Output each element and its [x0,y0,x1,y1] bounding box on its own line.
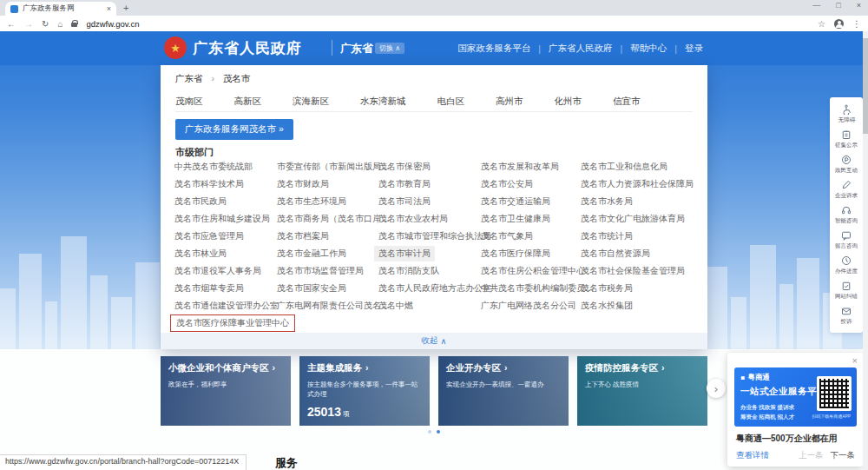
browser-tab[interactable]: 广东政务服务网 × [5,2,116,16]
department-link[interactable]: 茂名市自然资源局 [576,246,654,261]
department-link[interactable]: 茂名市住房和城乡建设局 [170,211,274,227]
department-link[interactable]: 茂名市应急管理局 [170,228,248,244]
department-link[interactable]: 茂名市民政局 [170,194,231,209]
carousel-next-button[interactable]: › [707,379,726,398]
collapse-bar[interactable]: 收起 ∧ [161,333,707,349]
page-scrollbar[interactable] [863,31,868,470]
window-minimize-icon[interactable]: — [812,1,820,10]
breadcrumb-city[interactable]: 茂名市 [223,73,251,83]
back-icon[interactable]: ← [7,19,16,29]
district-tab[interactable]: 化州市 [555,96,582,108]
department-link[interactable]: 茂名市公安局 [477,176,537,192]
window-close-icon[interactable]: × [857,1,861,10]
region-selector[interactable]: 广东省 [340,42,373,56]
department-link[interactable]: 茂名市通信建设管理办公室 [170,298,283,314]
department-link[interactable]: 茂名市烟草专卖局 [170,281,248,296]
department-link[interactable]: 茂名市住房公积金管理中心 [477,263,589,279]
department-link[interactable]: 茂名市发展和改革局 [477,159,563,175]
sidebar-item-interaction[interactable]: 政民互动 [830,152,863,177]
department-link[interactable]: 茂名中燃 [374,298,418,314]
sidebar-item-complaint[interactable]: 投诉 [830,303,863,328]
city-portal-button[interactable]: 广东政务服务网茂名市 » [175,119,293,140]
department-link[interactable]: 茂名市国家安全局 [273,281,351,296]
district-tab[interactable]: 水东湾新城 [360,96,406,108]
department-link[interactable]: 茂名市工业和信息化局 [576,159,672,175]
previous-item-link[interactable]: 上一条 [799,450,824,461]
department-link[interactable]: 茂名市金融工作局 [273,246,351,261]
department-link[interactable]: 茂名市司法局 [374,194,435,209]
banner-card[interactable]: 企业开办专区›实现企业开办一表填报、一窗通办 [438,356,569,426]
nav-provincial-gov[interactable]: 广东省人民政府 [549,43,613,55]
department-link[interactable]: 中共茂名市委统战部 [170,159,257,175]
department-link[interactable]: 广东广电网络茂名分公司 [477,298,581,314]
sidebar-item-error-correction[interactable]: 网站纠错 [830,278,863,303]
banner-card[interactable]: 疫情防控服务专区›上下齐心 战胜疫情 [577,356,707,426]
district-tab[interactable]: 电白区 [437,96,465,108]
bookmark-star-icon[interactable]: ☆ [818,19,825,29]
window-maximize-icon[interactable]: □ [836,1,840,10]
district-tab[interactable]: 滨海新区 [293,96,329,108]
district-tab[interactable]: 信宜市 [613,96,641,108]
nav-help-center[interactable]: 帮助中心 [630,43,667,55]
department-link[interactable]: 茂名市统计局 [576,228,637,244]
link-separator: | [674,43,677,54]
sidebar-item-label: 网站纠错 [835,292,858,300]
forward-icon[interactable]: → [24,19,33,29]
department-link[interactable]: 茂名市交通运输局 [477,194,555,209]
department-link[interactable]: 茂名市医疗保障事业管理中心 [170,314,295,332]
banner-card[interactable]: 主题集成服务›按主题集合多个服务事项，一件事一站式办理25013项 [299,356,430,426]
department-link[interactable]: 茂名市税务局 [576,281,637,296]
region-switch-button[interactable]: 切换 ∧ [375,43,404,54]
department-link[interactable]: 茂名市林业局 [170,246,231,261]
browser-menu-icon[interactable]: ⋮ [852,19,861,29]
department-link[interactable]: 茂名市消防支队 [374,263,444,279]
department-link[interactable]: 茂名市市场监督管理局 [273,263,368,279]
district-tab[interactable]: 高新区 [234,96,262,108]
carousel-dot[interactable] [428,430,431,434]
department-link[interactable]: 茂名市科学技术局 [170,176,248,192]
sidebar-item-accessibility[interactable]: 无障碍 [830,102,863,127]
padlock-icon [71,20,77,27]
correction-icon [841,281,852,291]
department-link[interactable]: 茂名市教育局 [374,176,435,192]
department-link[interactable]: 茂名市财政局 [273,176,333,192]
department-link[interactable]: 茂名市医疗保障局 [477,246,555,261]
breadcrumb-province[interactable]: 广东省 [175,73,203,83]
home-icon[interactable]: ⌂ [57,19,62,29]
sidebar-item-notice[interactable]: 征集公示 [830,127,863,152]
department-link[interactable]: 茂名市文化广电旅游体育局 [576,211,689,227]
department-link[interactable]: 茂名市人力资源和社会保障局 [576,176,698,192]
department-link[interactable]: 茂名市审计局 [374,246,435,261]
department-link[interactable]: 茂名市社会保险基金管理局 [576,263,689,279]
district-tab[interactable]: 茂南区 [175,96,203,108]
department-link[interactable]: 茂名市卫生健康局 [477,211,555,227]
profile-avatar[interactable] [834,19,844,29]
department-link[interactable]: 茂名市气象局 [477,228,537,244]
collapse-label[interactable]: 收起 [422,335,438,347]
sidebar-item-progress[interactable]: 办件进度 [830,253,863,278]
district-tab[interactable]: 高州市 [496,96,523,108]
new-tab-button[interactable]: + [123,3,128,13]
login-link[interactable]: 登录 [685,43,703,55]
url-field[interactable]: gdzwfw.gov.cn [86,19,139,29]
banner-card[interactable]: 小微企业和个体商户专区›政策在手，福利即享 [161,356,291,426]
sidebar-item-message-consult[interactable]: 留言咨询 [830,228,863,253]
department-link[interactable]: 茂名市生态环境局 [273,194,351,209]
popup-close-icon[interactable]: × [852,355,858,366]
next-item-link[interactable]: 下一条 [831,450,856,461]
department-link[interactable]: 茂名市退役军人事务局 [170,263,266,279]
sidebar-item-smart-consult[interactable]: 智能咨询 [830,202,863,228]
department-link[interactable]: 茂名市保密局 [374,159,435,175]
reload-icon[interactable]: ↻ [42,19,49,29]
carousel-dot-active[interactable] [437,430,440,434]
tab-close-icon[interactable]: × [107,5,111,13]
department-link[interactable]: 茂名水投集团 [576,298,637,314]
department-link[interactable]: 茂名市农业农村局 [374,211,452,227]
department-link[interactable]: 茂名市档案局 [273,228,333,244]
nav-national-platform[interactable]: 国家政务服务平台 [457,43,530,55]
promo-banner[interactable]: ◆粤商通 一站式企业服务平台 办业务 找政策 提诉求 筹资金 拓商机 招人才 扫… [734,367,857,427]
view-details-link[interactable]: 查看详情 [736,450,769,461]
scrollbar-thumb[interactable] [863,38,868,134]
department-link[interactable]: 茂名市水务局 [576,194,637,209]
sidebar-item-enterprise-appeal[interactable]: 企业诉求 [830,177,863,202]
